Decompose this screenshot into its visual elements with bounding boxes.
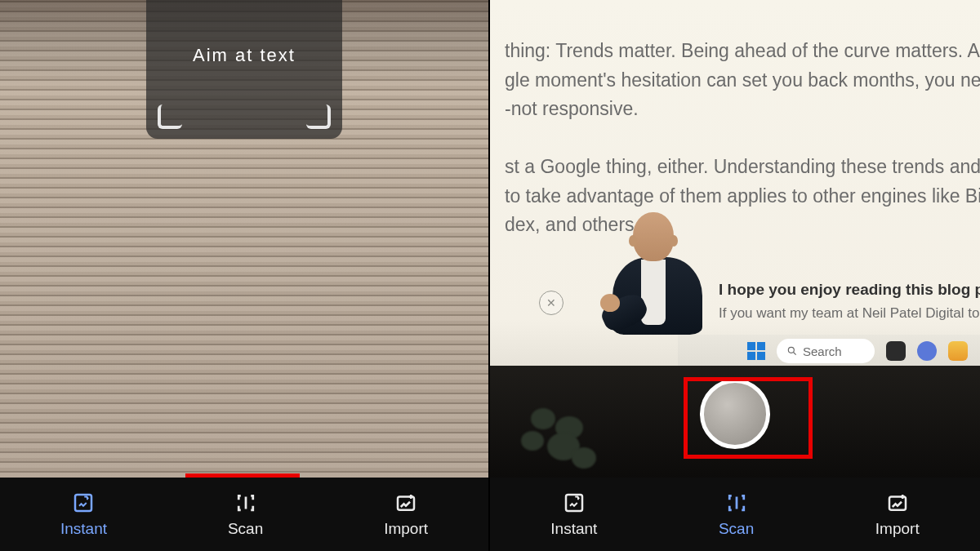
taskbar-app-icon[interactable]: [948, 341, 968, 361]
cta-popup: I hope you enjoy reading this blog pos I…: [719, 281, 980, 322]
nav-label: Instant: [60, 520, 107, 538]
nav-label: Scan: [228, 520, 263, 538]
tab-instant[interactable]: Instant: [550, 491, 597, 538]
camera-viewfinder-bg: thing: Trends matter. Being ahead of the…: [490, 0, 980, 551]
aim-hint-label: Aim at text: [193, 45, 296, 66]
taskbar-search[interactable]: Search: [777, 339, 875, 363]
nav-label: Scan: [719, 520, 754, 538]
article-text: thing: Trends matter. Being ahead of the…: [505, 37, 980, 269]
article-line: st a Google thing, either. Understanding…: [505, 156, 980, 177]
import-icon: [885, 491, 910, 515]
windows-taskbar: Search: [678, 335, 980, 367]
left-scan-screen: Aim at text Instant Scan: [0, 0, 490, 551]
taskbar-search-label: Search: [803, 344, 842, 358]
svg-point-5: [788, 347, 794, 353]
cta-title: I hope you enjoy reading this blog pos: [719, 281, 980, 299]
viewfinder-corner-icon: [158, 104, 182, 129]
article-line: gle moment's hesitation can set you back…: [505, 69, 980, 91]
taskbar-app-icon[interactable]: [886, 341, 906, 361]
instant-icon: [562, 491, 586, 515]
scan-icon: [234, 491, 258, 515]
nav-label: Import: [875, 520, 920, 538]
article-line: thing: Trends matter. Being ahead of the…: [505, 40, 980, 61]
right-scan-screen: thing: Trends matter. Being ahead of the…: [490, 0, 980, 551]
tutorial-highlight-shutter: [684, 377, 813, 459]
article-line: -not responsive.: [505, 98, 639, 119]
svg-line-6: [794, 353, 796, 355]
article-line: to take advantage of them applies to oth…: [505, 185, 980, 207]
bottom-nav: Instant Scan Import: [0, 478, 488, 551]
cta-subtitle: If you want my team at Neil Patel Digita…: [719, 305, 980, 322]
tab-import[interactable]: Import: [384, 491, 428, 538]
svg-rect-7: [566, 495, 582, 511]
plant-decoration: [514, 408, 604, 482]
tab-scan[interactable]: Scan: [719, 491, 754, 538]
nav-label: Instant: [550, 520, 597, 538]
tab-instant[interactable]: Instant: [60, 491, 107, 538]
taskbar-app-icon[interactable]: [917, 341, 937, 361]
tab-scan[interactable]: Scan: [228, 491, 263, 538]
svg-rect-0: [75, 495, 91, 511]
windows-start-icon[interactable]: [747, 342, 765, 360]
aim-overlay: Aim at text: [146, 0, 342, 139]
avatar: [604, 212, 710, 335]
tab-import[interactable]: Import: [875, 491, 920, 538]
viewfinder-corner-icon: [306, 104, 331, 129]
scan-icon: [724, 491, 749, 515]
import-icon: [394, 491, 418, 515]
nav-label: Import: [384, 520, 428, 538]
instant-icon: [71, 491, 96, 515]
close-icon[interactable]: ✕: [539, 291, 564, 315]
bottom-nav: Instant Scan Import: [490, 478, 980, 551]
search-icon: [786, 345, 798, 357]
